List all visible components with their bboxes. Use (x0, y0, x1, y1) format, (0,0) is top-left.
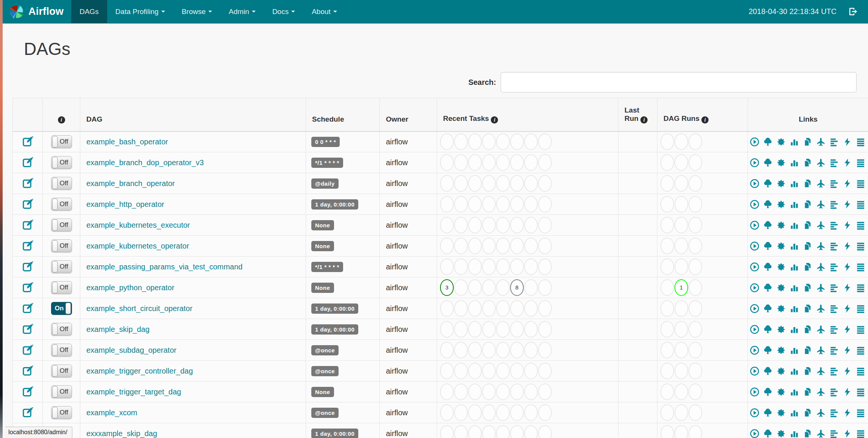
logs-icon[interactable] (856, 346, 865, 355)
edit-dag-icon[interactable] (22, 407, 33, 418)
gantt-icon[interactable] (829, 304, 839, 313)
task-tries-icon[interactable] (803, 346, 812, 355)
task-duration-icon[interactable] (790, 283, 799, 293)
landing-times-icon[interactable] (816, 179, 826, 188)
nav-item-admin[interactable]: Admin (220, 0, 264, 23)
task-tries-icon[interactable] (803, 262, 812, 272)
task-tries-icon[interactable] (803, 179, 812, 188)
logs-icon[interactable] (856, 200, 865, 209)
dag-link[interactable]: example_passing_params_via_test_command (86, 263, 242, 271)
code-icon[interactable] (843, 304, 852, 313)
code-icon[interactable] (843, 408, 852, 418)
dag-link[interactable]: example_kubernetes_executor (86, 221, 190, 229)
code-icon[interactable] (843, 241, 852, 251)
edit-dag-icon[interactable] (22, 157, 33, 168)
edit-dag-icon[interactable] (22, 386, 33, 397)
edit-dag-icon[interactable] (22, 282, 33, 293)
dag-link[interactable]: example_branch_dop_operator_v3 (86, 158, 204, 167)
landing-times-icon[interactable] (816, 325, 826, 334)
landing-times-icon[interactable] (816, 387, 826, 397)
landing-times-icon[interactable] (816, 283, 826, 293)
trigger-dag-icon[interactable] (750, 366, 759, 376)
landing-times-icon[interactable] (816, 304, 826, 313)
tree-view-icon[interactable] (763, 262, 773, 272)
tree-view-icon[interactable] (763, 429, 773, 438)
nav-item-docs[interactable]: Docs (264, 0, 303, 23)
dag-link[interactable]: example_kubernetes_operator (86, 242, 189, 250)
nav-item-data-profiling[interactable]: Data Profiling (107, 0, 173, 23)
trigger-dag-icon[interactable] (750, 158, 759, 167)
task-tries-icon[interactable] (803, 325, 812, 334)
gantt-icon[interactable] (829, 366, 839, 376)
landing-times-icon[interactable] (816, 137, 826, 147)
trigger-dag-icon[interactable] (750, 304, 759, 313)
graph-view-icon[interactable] (776, 387, 786, 397)
dag-run-state-circle[interactable]: 1 (674, 279, 688, 296)
landing-times-icon[interactable] (816, 262, 826, 272)
code-icon[interactable] (843, 325, 852, 334)
trigger-dag-icon[interactable] (750, 179, 759, 188)
landing-times-icon[interactable] (816, 366, 826, 376)
task-duration-icon[interactable] (790, 137, 799, 147)
tree-view-icon[interactable] (763, 387, 773, 397)
task-duration-icon[interactable] (790, 241, 799, 251)
tree-view-icon[interactable] (763, 366, 773, 376)
dag-link[interactable]: example_skip_dag (86, 325, 150, 333)
task-tries-icon[interactable] (803, 158, 812, 167)
dag-link[interactable]: example_python_operator (86, 283, 174, 292)
dag-link[interactable]: example_http_operator (86, 200, 164, 208)
airflow-brand[interactable]: Airflow (3, 0, 71, 23)
gantt-icon[interactable] (829, 200, 839, 209)
landing-times-icon[interactable] (816, 200, 826, 209)
graph-view-icon[interactable] (776, 221, 786, 230)
tree-view-icon[interactable] (763, 283, 773, 293)
logout-icon[interactable] (848, 6, 858, 17)
pause-toggle[interactable]: Off (51, 385, 72, 398)
gantt-icon[interactable] (829, 283, 839, 293)
pause-toggle[interactable]: Off (51, 219, 72, 232)
trigger-dag-icon[interactable] (750, 221, 759, 230)
graph-view-icon[interactable] (776, 158, 786, 167)
tree-view-icon[interactable] (763, 408, 773, 418)
task-duration-icon[interactable] (790, 429, 799, 438)
trigger-dag-icon[interactable] (750, 137, 759, 147)
task-state-circle[interactable]: 3 (440, 279, 454, 296)
code-icon[interactable] (843, 179, 852, 188)
code-icon[interactable] (843, 346, 852, 355)
tree-view-icon[interactable] (763, 221, 773, 230)
gantt-icon[interactable] (829, 262, 839, 272)
code-icon[interactable] (843, 262, 852, 272)
logs-icon[interactable] (856, 304, 865, 313)
landing-times-icon[interactable] (816, 241, 826, 251)
dag-link[interactable]: example_trigger_target_dag (86, 388, 181, 396)
task-duration-icon[interactable] (790, 387, 799, 397)
logs-icon[interactable] (856, 137, 865, 147)
pause-toggle[interactable]: Off (51, 198, 72, 211)
landing-times-icon[interactable] (816, 429, 826, 438)
landing-times-icon[interactable] (816, 346, 826, 355)
graph-view-icon[interactable] (776, 346, 786, 355)
trigger-dag-icon[interactable] (750, 200, 759, 209)
tree-view-icon[interactable] (763, 325, 773, 334)
dag-link[interactable]: example_branch_operator (86, 179, 175, 188)
logs-icon[interactable] (856, 429, 865, 438)
gantt-icon[interactable] (829, 325, 839, 334)
dag-link[interactable]: example_bash_operator (86, 138, 168, 146)
edit-dag-icon[interactable] (22, 324, 33, 335)
task-duration-icon[interactable] (790, 366, 799, 376)
trigger-dag-icon[interactable] (750, 408, 759, 418)
pause-toggle[interactable]: Off (51, 156, 72, 169)
code-icon[interactable] (843, 429, 852, 438)
logs-icon[interactable] (856, 387, 865, 397)
task-duration-icon[interactable] (790, 304, 799, 313)
dag-link[interactable]: example_trigger_controller_dag (86, 367, 193, 375)
edit-dag-icon[interactable] (22, 344, 33, 356)
trigger-dag-icon[interactable] (750, 241, 759, 251)
gantt-icon[interactable] (829, 179, 839, 188)
pause-toggle[interactable]: Off (51, 406, 72, 419)
trigger-dag-icon[interactable] (750, 262, 759, 272)
graph-view-icon[interactable] (776, 325, 786, 334)
gantt-icon[interactable] (829, 346, 839, 355)
gantt-icon[interactable] (829, 137, 839, 147)
pause-toggle[interactable]: Off (51, 344, 72, 357)
